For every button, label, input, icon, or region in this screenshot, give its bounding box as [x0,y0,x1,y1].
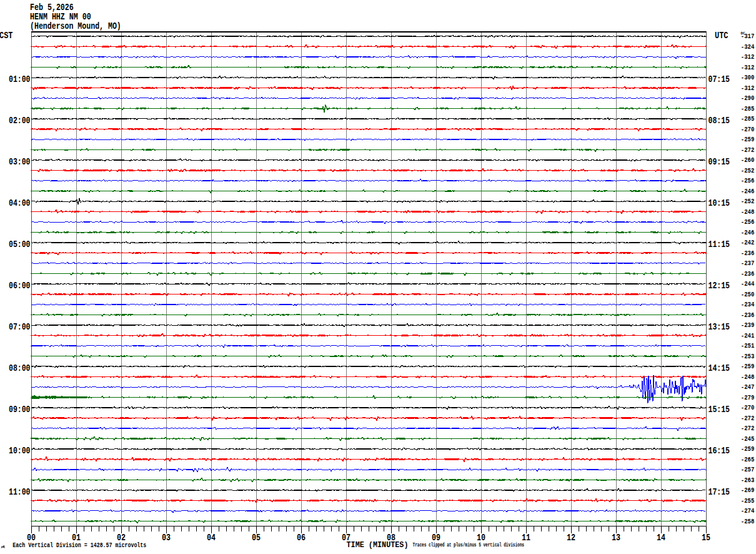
svg-text:13: 13 [612,533,620,543]
svg-text:-312: -312 [741,64,755,71]
svg-text:-247: -247 [741,383,755,391]
svg-text:-236: -236 [741,270,755,278]
svg-text:01: 01 [72,533,81,543]
svg-text:11:00: 11:00 [9,487,31,497]
svg-text:05:00: 05:00 [9,239,31,249]
svg-text:15: 15 [702,533,710,543]
svg-text:-250: -250 [741,291,755,298]
svg-text:09:00: 09:00 [9,405,31,415]
svg-text:-257: -257 [741,466,755,473]
svg-text:02:00: 02:00 [9,116,31,126]
svg-text:03:00: 03:00 [9,157,31,167]
svg-text:-256: -256 [741,218,755,226]
svg-text:13:15: 13:15 [709,322,730,332]
svg-text:-241: -241 [741,332,755,340]
svg-text:15:15: 15:15 [709,405,730,415]
svg-text:-244: -244 [741,280,755,288]
svg-text:-252: -252 [741,198,755,205]
svg-text:HENM HHZ NM 00: HENM HHZ NM 00 [30,12,91,22]
svg-text:07:15: 07:15 [709,74,730,84]
svg-text:-285: -285 [741,105,755,113]
svg-text:12:15: 12:15 [709,281,730,291]
svg-text:-242: -242 [741,239,755,246]
svg-text:-279: -279 [741,394,755,401]
svg-text:-290: -290 [741,94,755,102]
svg-text:UTC: UTC [715,31,729,41]
svg-text:-253: -253 [741,353,755,360]
svg-text:-272: -272 [741,146,755,154]
svg-text:00: 00 [27,533,36,543]
svg-text:-246: -246 [741,229,755,236]
svg-text:04:00: 04:00 [9,198,31,208]
svg-text:-236: -236 [741,311,755,319]
svg-text:10:00: 10:00 [9,446,31,456]
svg-text:TIME (MINUTES): TIME (MINUTES) [347,540,409,550]
svg-text:-269: -269 [741,486,755,494]
svg-text:10: 10 [477,533,485,543]
svg-text:Traces clipped at plus/minus 5: Traces clipped at plus/minus 5 vertical … [413,542,525,548]
svg-text:-245: -245 [741,435,755,443]
svg-text:-265: -265 [741,456,755,463]
svg-text:04: 04 [207,533,216,543]
svg-text:(Henderson Mound, MO): (Henderson Mound, MO) [30,21,121,31]
svg-text:-248: -248 [741,208,755,216]
svg-text:14: 14 [657,533,665,543]
svg-text:Feb 5,2026: Feb 5,2026 [30,3,74,13]
svg-text:05: 05 [252,533,261,543]
svg-text:-317: -317 [741,33,755,40]
svg-text:-259: -259 [741,363,755,370]
svg-text:-270: -270 [741,404,755,411]
svg-text:-324: -324 [741,43,755,51]
svg-text:-312: -312 [741,53,755,61]
svg-text:06:00: 06:00 [9,281,31,291]
svg-text:-237: -237 [741,259,755,267]
svg-text:11: 11 [522,533,530,543]
svg-text:-300: -300 [741,74,755,81]
svg-text:-272: -272 [741,415,755,422]
svg-text:Each Vertical Division = 1428.: Each Vertical Division = 1428.57 microvo… [12,542,146,549]
svg-text:-252: -252 [741,167,755,174]
svg-text:-246: -246 [741,188,755,195]
svg-text:-239: -239 [741,321,755,329]
svg-text:12: 12 [567,533,575,543]
svg-text:08:00: 08:00 [9,363,31,373]
svg-text:11:15: 11:15 [709,239,730,249]
svg-text:CST: CST [0,31,13,41]
svg-text:-259: -259 [741,445,755,453]
svg-text:-263: -263 [741,476,755,484]
svg-text:-258: -258 [741,518,755,525]
svg-text:14:15: 14:15 [709,363,730,373]
svg-text:-256: -256 [741,177,755,184]
svg-text:01:00: 01:00 [9,74,31,84]
svg-text:-248: -248 [741,373,755,381]
svg-text:02: 02 [117,533,126,543]
svg-text:-272: -272 [741,425,755,432]
svg-text:-251: -251 [741,342,755,350]
svg-text:06: 06 [297,533,306,543]
svg-text:-274: -274 [741,507,755,515]
svg-text:-259: -259 [741,136,755,143]
svg-text:07:00: 07:00 [9,322,31,332]
svg-text:-236: -236 [741,249,755,257]
svg-text:09: 09 [432,533,440,543]
svg-text:17:15: 17:15 [709,487,730,497]
svg-text:16:15: 16:15 [709,446,730,456]
svg-text:-312: -312 [741,84,755,92]
svg-text:10:15: 10:15 [709,198,730,208]
svg-text:09:15: 09:15 [709,157,730,167]
svg-text:-255: -255 [741,497,755,505]
svg-text:-270: -270 [741,126,755,133]
svg-text:03: 03 [162,533,171,543]
svg-text:-234: -234 [741,301,755,308]
svg-text:-285: -285 [741,115,755,123]
svg-text:-260: -260 [741,156,755,164]
svg-text:08:15: 08:15 [709,116,730,126]
